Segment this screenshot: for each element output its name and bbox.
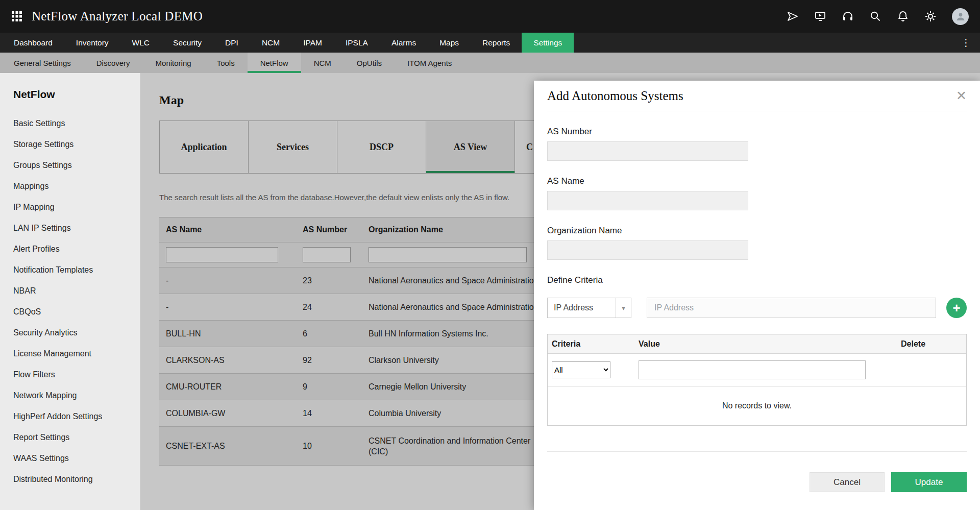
value-filter-input[interactable] xyxy=(639,360,866,379)
criteria-filter-select[interactable]: All xyxy=(552,361,610,378)
sidebar-item-report-settings[interactable]: Report Settings xyxy=(13,427,140,448)
netflow-settings-sidebar: NetFlow Basic Settings Storage Settings … xyxy=(0,73,140,510)
gear-settings-icon[interactable] xyxy=(924,10,937,22)
panel-header: Add Autonomous Systems ✕ xyxy=(547,81,967,111)
nav-item-dpi[interactable]: DPI xyxy=(213,33,250,53)
subnav-item-discovery[interactable]: Discovery xyxy=(84,53,143,73)
app-title: NetFlow Analyzer Local DEMO xyxy=(32,9,203,23)
criteria-table-header: Criteria Value Delete xyxy=(548,334,966,354)
sidebar-item-distributed-monitoring[interactable]: Distributed Monitoring xyxy=(13,469,140,490)
sidebar-item-basic-settings[interactable]: Basic Settings xyxy=(13,113,140,134)
sidebar-item-nbar[interactable]: NBAR xyxy=(13,280,140,301)
criteria-type-select[interactable]: IP Address ▾ xyxy=(547,298,631,318)
sidebar-item-license-management[interactable]: License Management xyxy=(13,343,140,364)
add-criteria-button[interactable]: + xyxy=(946,298,967,318)
col-header-delete: Delete xyxy=(897,339,966,349)
criteria-value-input[interactable] xyxy=(647,298,936,318)
sidebar-item-cbqos[interactable]: CBQoS xyxy=(13,301,140,322)
nav-item-alarms[interactable]: Alarms xyxy=(380,33,428,53)
nav-item-ncm[interactable]: NCM xyxy=(250,33,291,53)
nav-item-security[interactable]: Security xyxy=(161,33,213,53)
main-nav: Dashboard Inventory WLC Security DPI NCM… xyxy=(0,33,980,53)
nav-item-inventory[interactable]: Inventory xyxy=(64,33,120,53)
sidebar-item-highperf-addon-settings[interactable]: HighPerf Addon Settings xyxy=(13,406,140,427)
subnav-item-tools[interactable]: Tools xyxy=(204,53,248,73)
nav-item-wlc[interactable]: WLC xyxy=(120,33,161,53)
criteria-table-filter-row: All xyxy=(548,354,966,386)
add-autonomous-systems-panel: Add Autonomous Systems ✕ AS Number AS Na… xyxy=(534,81,980,510)
subnav-item-itom-agents[interactable]: ITOM Agents xyxy=(395,53,464,73)
sidebar-item-mappings[interactable]: Mappings xyxy=(13,176,140,197)
col-header-value: Value xyxy=(634,339,897,349)
headset-support-icon[interactable] xyxy=(842,10,854,22)
topbar: NetFlow Analyzer Local DEMO xyxy=(0,0,980,33)
sidebar-item-ip-mapping[interactable]: IP Mapping xyxy=(13,197,140,217)
as-number-label: AS Number xyxy=(547,127,967,137)
criteria-type-value: IP Address xyxy=(548,303,616,312)
subnav-item-general-settings[interactable]: General Settings xyxy=(1,53,84,73)
sidebar-item-waas-settings[interactable]: WAAS Settings xyxy=(13,448,140,469)
demo-video-icon[interactable] xyxy=(814,10,826,22)
close-icon[interactable]: ✕ xyxy=(956,89,967,102)
as-name-label: AS Name xyxy=(547,176,967,186)
update-button[interactable]: Update xyxy=(891,472,967,492)
nav-item-ipsla[interactable]: IPSLA xyxy=(334,33,380,53)
sidebar-item-storage-settings[interactable]: Storage Settings xyxy=(13,134,140,155)
overflow-menu-icon[interactable]: ⋮ xyxy=(952,33,980,53)
bell-notifications-icon[interactable] xyxy=(897,10,909,22)
settings-subnav: General Settings Discovery Monitoring To… xyxy=(0,53,980,73)
cancel-button[interactable]: Cancel xyxy=(810,472,885,492)
nav-item-settings[interactable]: Settings xyxy=(522,33,574,53)
nav-item-dashboard[interactable]: Dashboard xyxy=(2,33,64,53)
user-avatar[interactable] xyxy=(952,8,969,25)
organization-name-label: Organization Name xyxy=(547,226,967,236)
panel-actions: Cancel Update xyxy=(547,472,967,492)
subnav-item-monitoring[interactable]: Monitoring xyxy=(143,53,204,73)
sidebar-item-lan-ip-settings[interactable]: LAN IP Settings xyxy=(13,217,140,238)
sidebar-item-notification-templates[interactable]: Notification Templates xyxy=(13,259,140,280)
define-criteria-row: IP Address ▾ + xyxy=(547,298,967,318)
launch-rocket-icon[interactable] xyxy=(787,10,799,22)
sidebar-item-alert-profiles[interactable]: Alert Profiles xyxy=(13,238,140,259)
criteria-table: Criteria Value Delete All No records to … xyxy=(547,334,967,426)
panel-divider xyxy=(547,451,967,452)
sidebar-item-groups-settings[interactable]: Groups Settings xyxy=(13,155,140,176)
col-header-criteria: Criteria xyxy=(548,339,634,349)
define-criteria-label: Define Criteria xyxy=(547,275,967,285)
subnav-item-netflow[interactable]: NetFlow xyxy=(248,53,301,73)
nav-item-reports[interactable]: Reports xyxy=(471,33,522,53)
chevron-down-icon: ▾ xyxy=(616,298,631,318)
topbar-actions xyxy=(787,8,969,25)
subnav-item-ncm[interactable]: NCM xyxy=(301,53,344,73)
sidebar-item-network-mapping[interactable]: Network Mapping xyxy=(13,385,140,406)
sidebar-item-flow-filters[interactable]: Flow Filters xyxy=(13,364,140,385)
nav-item-maps[interactable]: Maps xyxy=(428,33,471,53)
apps-grid-icon[interactable] xyxy=(11,11,22,22)
organization-name-input[interactable] xyxy=(547,240,748,260)
subnav-item-oputils[interactable]: OpUtils xyxy=(344,53,395,73)
panel-title: Add Autonomous Systems xyxy=(547,89,683,103)
search-icon[interactable] xyxy=(869,10,881,22)
as-name-input[interactable] xyxy=(547,191,748,210)
sidebar-item-security-analytics[interactable]: Security Analytics xyxy=(13,322,140,343)
empty-records-message: No records to view. xyxy=(548,386,966,425)
sidebar-title: NetFlow xyxy=(13,88,140,101)
nav-item-ipam[interactable]: IPAM xyxy=(291,33,334,53)
as-number-input[interactable] xyxy=(547,141,748,161)
